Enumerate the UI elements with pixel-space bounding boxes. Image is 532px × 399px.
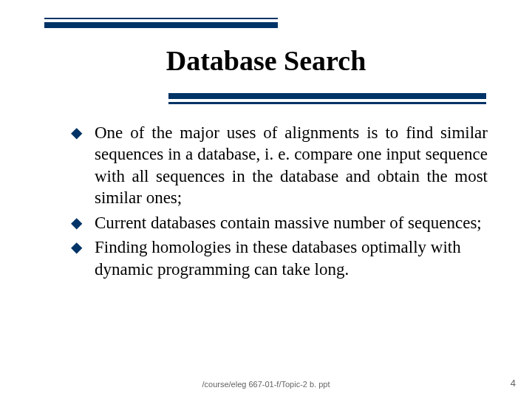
decor-rule-mid-thin — [168, 102, 486, 104]
bullet-text: One of the major uses of alignments is t… — [95, 123, 488, 207]
bullet-list: ◆ One of the major uses of alignments is… — [71, 122, 488, 283]
list-item: ◆ One of the major uses of alignments is… — [71, 122, 488, 209]
decor-rule-mid-thick — [168, 93, 486, 99]
bullet-text: Current databases contain massive number… — [95, 214, 482, 232]
list-item: ◆ Current databases contain massive numb… — [71, 212, 488, 233]
diamond-bullet-icon: ◆ — [71, 238, 82, 257]
list-item: ◆ Finding homologies in these databases … — [71, 236, 488, 280]
diamond-bullet-icon: ◆ — [71, 214, 82, 233]
decor-rule-top-thick — [44, 22, 278, 28]
slide-title: Database Search — [0, 44, 532, 77]
bullet-text: Finding homologies in these databases op… — [95, 238, 461, 278]
page-number: 4 — [511, 378, 516, 389]
decor-rule-top-thin — [44, 18, 278, 19]
diamond-bullet-icon: ◆ — [71, 123, 82, 143]
footer-path: /course/eleg 667-01-f/Topic-2 b. ppt — [0, 380, 532, 389]
